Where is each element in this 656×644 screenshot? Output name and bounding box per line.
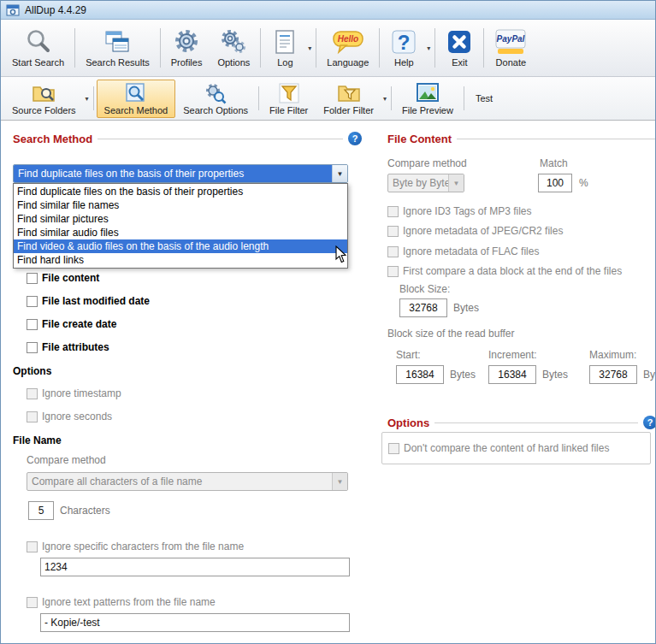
search-method-button[interactable]: Search Method — [97, 80, 176, 117]
maximum-input[interactable] — [589, 365, 637, 384]
source-folders-button[interactable]: Source Folders ▾ — [4, 80, 91, 117]
donate-button[interactable]: PayPal Donate — [487, 21, 535, 74]
panel-title: Options — [387, 417, 429, 429]
checkbox-box[interactable] — [27, 296, 38, 307]
checkbox-file-content[interactable]: File content — [27, 272, 362, 284]
button-label: Help — [394, 57, 414, 68]
test-button[interactable]: Test — [467, 80, 501, 117]
checkbox-ignore-text-patterns[interactable]: Ignore text patterns from the file name — [27, 596, 362, 608]
ignore-patterns-input[interactable] — [40, 613, 350, 632]
dropdown-item[interactable]: Find hard links — [14, 253, 347, 267]
characters-input[interactable] — [28, 501, 54, 520]
dropdown-item[interactable]: Find similar file names — [14, 198, 347, 212]
increment-label: Increment: — [488, 349, 537, 361]
checkbox-label: File attributes — [42, 341, 109, 353]
checkbox-box[interactable] — [27, 273, 38, 284]
combobox-dropdown-button: ▼ — [448, 174, 464, 192]
options-header: Options ? — [387, 416, 656, 429]
window-title: AllDup 4.4.29 — [25, 4, 86, 16]
search-toolbar: Source Folders ▾ Search Method — [1, 77, 655, 121]
checkbox-label: Ignore ID3 Tags of MP3 files — [403, 205, 532, 217]
checkbox-label: Ignore seconds — [42, 411, 112, 422]
help-button[interactable]: ? Help ▾ — [382, 21, 432, 74]
button-label: Test — [476, 93, 493, 103]
button-label: Language — [327, 57, 369, 68]
button-label: Log — [277, 57, 293, 68]
help-icon[interactable]: ? — [643, 416, 656, 429]
folder-filter-button[interactable]: Folder Filter ▾ — [316, 80, 388, 117]
search-results-button[interactable]: Search Results — [78, 21, 157, 74]
header-divider — [434, 422, 638, 423]
toolbar-separator — [160, 28, 161, 68]
button-label: Search Options — [183, 105, 248, 115]
start-input[interactable] — [396, 365, 444, 384]
search-options-button[interactable]: Search Options — [175, 80, 256, 117]
exit-button[interactable]: Exit — [438, 21, 481, 74]
panel-title: Search Method — [13, 133, 92, 145]
toolbar-separator — [434, 28, 435, 68]
button-label: Folder Filter — [323, 105, 374, 115]
checkbox-box — [387, 246, 399, 257]
increment-input[interactable] — [488, 365, 536, 384]
match-label: Match — [540, 157, 568, 169]
button-label: Exit — [452, 57, 467, 68]
checkbox-label: Don't compare the content of hard linked… — [404, 442, 609, 454]
start-label: Start: — [396, 349, 421, 361]
chevron-down-icon[interactable]: ▾ — [84, 95, 91, 103]
search-method-header: Search Method ? — [13, 132, 362, 145]
language-button[interactable]: Hello Language — [319, 21, 376, 74]
question-glyph: ? — [398, 31, 411, 54]
ignore-characters-input[interactable] — [40, 558, 350, 576]
combobox-dropdown-button[interactable]: ▼ — [332, 165, 347, 182]
checkbox-label: Ignore timestamp — [42, 387, 121, 399]
checkbox-label: Ignore metadata of JPEG/CR2 files — [403, 225, 563, 237]
checkbox-box — [387, 226, 399, 237]
dropdown-item[interactable]: Find duplicate files on the basis of the… — [14, 185, 347, 198]
button-label: File Filter — [269, 105, 308, 115]
start-unit-label: Bytes — [450, 369, 476, 381]
checkbox-box[interactable] — [27, 541, 38, 552]
increment-unit-label: Bytes — [542, 369, 568, 381]
block-size-input[interactable] — [399, 298, 447, 317]
chevron-down-icon[interactable]: ▾ — [381, 95, 388, 103]
exit-x-icon — [446, 28, 473, 56]
dropdown-item[interactable]: Find similar audio files — [14, 226, 347, 239]
checkbox-dont-compare-hard-linked[interactable]: Don't compare the content of hard linked… — [388, 442, 609, 454]
dropdown-item-highlighted[interactable]: Find video & audio files on the basis of… — [14, 239, 347, 253]
checkbox-box — [27, 388, 38, 399]
toolbar-separator — [74, 28, 75, 68]
start-search-button[interactable]: Start Search — [4, 21, 72, 74]
main-content: Search Method ? Find duplicate files on … — [1, 121, 656, 644]
log-button[interactable]: Log ▾ — [263, 21, 313, 74]
options-button[interactable]: Options — [210, 21, 257, 74]
compare-method-label: Compare method — [387, 157, 467, 169]
checkbox-ignore-specific-characters[interactable]: Ignore specific characters from the file… — [27, 541, 362, 552]
titlebar[interactable]: AllDup 4.4.29 — [1, 1, 655, 20]
checkbox-box[interactable] — [388, 443, 399, 454]
profiles-button[interactable]: Profiles — [163, 21, 210, 74]
checkbox-ignore-flac-metadata: Ignore metadata of FLAC files — [387, 245, 656, 257]
checkbox-box[interactable] — [27, 597, 38, 608]
match-percent-input[interactable] — [538, 174, 572, 192]
combobox-value: Byte by Byte — [388, 174, 448, 192]
chevron-down-icon[interactable]: ▾ — [425, 44, 432, 52]
checkbox-file-last-modified-date[interactable]: File last modified date — [27, 295, 362, 307]
app-icon — [6, 3, 20, 17]
question-mark-icon: ? — [390, 28, 417, 56]
checkbox-box — [387, 206, 399, 217]
search-method-combobox[interactable]: Find duplicate files on the basis of the… — [13, 164, 348, 183]
checkbox-box — [27, 411, 38, 422]
file-filter-button[interactable]: File Filter — [262, 80, 316, 117]
checkbox-box[interactable] — [27, 342, 38, 353]
checkbox-box[interactable] — [27, 319, 38, 330]
dropdown-item[interactable]: Find similar pictures — [14, 212, 347, 226]
checkbox-file-attributes[interactable]: File attributes — [27, 341, 362, 353]
button-label: Source Folders — [12, 105, 76, 115]
gears-icon — [220, 28, 247, 56]
help-icon[interactable]: ? — [348, 132, 362, 145]
funnel-icon — [278, 82, 300, 104]
chevron-down-icon[interactable]: ▾ — [306, 44, 313, 52]
checkbox-file-create-date[interactable]: File create date — [27, 318, 362, 330]
file-preview-button[interactable]: File Preview — [394, 80, 461, 117]
speech-bubble-icon: Hello — [332, 28, 364, 56]
